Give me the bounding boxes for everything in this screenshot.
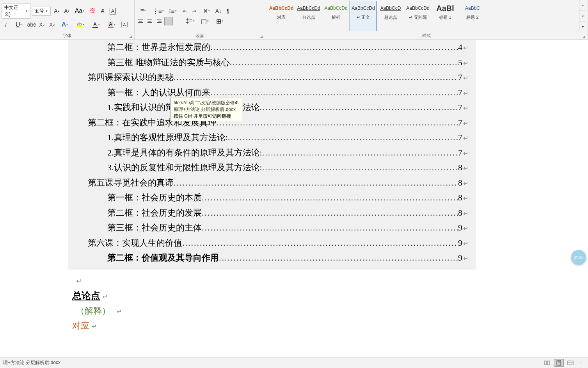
align-center-button[interactable] xyxy=(146,17,154,25)
highlight-button[interactable]: ab ▾ xyxy=(73,22,87,27)
style-item-2[interactable]: AaBbCcDd解析 xyxy=(322,1,350,31)
timestamp-value: 01:33 xyxy=(574,255,583,260)
styles-expand-button[interactable]: ▾ xyxy=(579,21,586,32)
grow-font-button[interactable]: A▴ xyxy=(52,7,61,15)
paragraph-mark-icon: ↵ xyxy=(463,148,468,159)
character-shading-button[interactable]: A ▾ xyxy=(105,21,119,28)
numbering-button[interactable]: ⋮≡▾ xyxy=(151,7,165,15)
style-item-4[interactable]: AaBbCcD总论点 xyxy=(377,1,404,31)
style-label: 分论点 xyxy=(296,14,321,20)
multilevel-list-button[interactable]: ⁝≡▾ xyxy=(166,7,180,15)
sort-button[interactable]: A↓ xyxy=(214,7,223,15)
style-preview: AaBbCcDd xyxy=(269,3,294,14)
style-item-0[interactable]: AaBbCcDd对应 xyxy=(268,1,295,31)
paragraph-mark-icon: ↵ xyxy=(463,253,468,264)
styles-scroll-down-button[interactable]: ▾ xyxy=(579,11,586,22)
expand-paragraph-dialog-icon[interactable]: ◢ xyxy=(260,35,263,39)
superscript-button[interactable]: X2 xyxy=(48,20,56,29)
toc-line[interactable]: 1.实践和认识的辩证关系原理及其方法论.....................… xyxy=(68,100,476,115)
paragraph-mark-icon: ↵ xyxy=(463,73,468,84)
expand-styles-dialog-icon[interactable]: ◢ xyxy=(583,35,585,39)
font-family-select[interactable]: 中文正文) ▾ xyxy=(2,3,30,19)
show-marks-button[interactable]: ¶ xyxy=(224,7,232,15)
toc-line[interactable]: 第五课寻觅社会的真谛..............................… xyxy=(68,175,476,191)
dropdown-arrow-icon: ▾ xyxy=(46,9,48,13)
strikethrough-button[interactable]: abc xyxy=(27,20,36,29)
toc-leader-dots: ........................................… xyxy=(228,130,458,145)
web-layout-button[interactable] xyxy=(565,359,576,367)
toc-text: 第二框：价值观及其导向作用 xyxy=(107,250,219,266)
shading-button[interactable]: ◫▾ xyxy=(198,18,212,25)
toc-line[interactable]: 第三框：社会历史的主体.............................… xyxy=(68,220,476,236)
styles-scroll: ▴ ▾ ▾ xyxy=(579,0,586,32)
phonetic-guide-button[interactable]: 变 xyxy=(88,7,97,15)
zoom-out-button[interactable]: − xyxy=(577,359,585,367)
borders-button[interactable]: ⊞▾ xyxy=(213,18,227,25)
style-item-5[interactable]: AaBbCcDd↵ 无间隔 xyxy=(404,1,432,31)
paragraph-mark-icon: ↵ xyxy=(463,103,468,114)
style-item-3[interactable]: AaBbCcDd↵ 正文 xyxy=(350,1,377,31)
underline-button[interactable]: U▾ xyxy=(12,21,26,28)
document-area: 第二框：世界是永恒发展的............................… xyxy=(0,40,588,356)
change-case-button[interactable]: Aa▾ xyxy=(73,7,87,14)
toc-line[interactable]: 第六课：实现人生的价值.............................… xyxy=(68,236,476,251)
toc-line[interactable]: 第四课探索认识的奥秘..............................… xyxy=(68,70,476,85)
character-border-button[interactable]: A xyxy=(120,20,129,29)
document-page[interactable]: 第二框：世界是永恒发展的............................… xyxy=(68,40,476,270)
align-distributed-button[interactable] xyxy=(174,17,182,25)
styles-scroll-up-button[interactable]: ▴ xyxy=(579,0,586,11)
style-preview: AaBl xyxy=(433,3,458,14)
toc-text: 第六课：实现人生的价值 xyxy=(88,236,182,251)
italic-button[interactable]: I xyxy=(2,20,10,29)
toc-line[interactable]: 第二框：价值观及其导向作用...........................… xyxy=(68,250,476,266)
asian-layout-button[interactable]: ✕▾ xyxy=(199,7,213,15)
dropdown-arrow-icon: ▾ xyxy=(26,9,28,13)
style-item-6[interactable]: AaBl标题 1 xyxy=(432,1,459,31)
paragraph-mark-icon: ↵ xyxy=(463,163,468,174)
expand-font-dialog-icon[interactable]: ◢ xyxy=(129,35,132,39)
toc-page-number: 9 xyxy=(458,236,462,251)
increase-indent-button[interactable]: ⇥ xyxy=(190,7,199,15)
toc-page-number: 7 xyxy=(458,145,462,161)
toc-line[interactable]: 第一框：人的认识从何而来............................… xyxy=(68,85,476,100)
toc-leader-dots: ........................................… xyxy=(210,85,458,100)
subscript-button[interactable]: X2 xyxy=(37,20,46,29)
timestamp-badge[interactable]: 01:33 xyxy=(571,250,586,265)
bullets-button[interactable]: ≡▾ xyxy=(136,7,150,14)
toc-line[interactable]: 1.真理的客观性原理及其方法论:........................… xyxy=(68,130,476,145)
enclose-characters-button[interactable]: A xyxy=(108,7,117,15)
toc-line[interactable]: 第二框：世界是永恒发展的............................… xyxy=(68,40,476,55)
align-right-button[interactable] xyxy=(155,17,163,25)
style-label: 总论点 xyxy=(378,14,403,20)
clear-formatting-button[interactable]: A̸ xyxy=(98,7,107,15)
toc-page-number: 7 xyxy=(458,100,462,115)
toc-line[interactable]: 第一框：社会历史的本质.............................… xyxy=(68,190,476,205)
toc-line[interactable]: 第二框：社会历史的发展.............................… xyxy=(68,205,476,221)
toc-line[interactable]: 第三框 唯物辩证法的实质与核心.........................… xyxy=(68,55,476,70)
style-label: 解析 xyxy=(323,14,348,20)
font-color-button[interactable]: A ▾ xyxy=(89,21,103,28)
align-justify-button[interactable] xyxy=(164,17,173,25)
align-left-button[interactable] xyxy=(136,17,145,25)
shrink-font-button[interactable]: A▾ xyxy=(62,7,71,15)
toc-leader-dots: ........................................… xyxy=(174,70,458,85)
print-layout-button[interactable] xyxy=(554,359,564,367)
toc-text: 第二框：世界是永恒发展的 xyxy=(107,40,210,55)
toc-line[interactable]: 第二框：在实践中追求和发展真理.........................… xyxy=(68,115,476,130)
paragraph-mark-icon: ↵ xyxy=(463,208,468,219)
tooltip-instruction: 按住 Ctrl 并单击可访问链接 xyxy=(174,113,239,120)
web-icon xyxy=(567,361,574,365)
font-size-select[interactable]: 五号 ▾ xyxy=(32,7,51,16)
decrease-indent-button[interactable]: ⇤ xyxy=(181,7,189,15)
read-mode-button[interactable] xyxy=(542,359,552,367)
paragraph-mark-icon: ↵ xyxy=(72,276,472,286)
svg-rect-1 xyxy=(547,361,550,365)
document-body[interactable]: ↵ 总论点 ↵ （解释） ↵ 对应 ↵ xyxy=(68,270,476,332)
paragraph-group: ≡▾ ⋮≡▾ ⁝≡▾ ⇤ ⇥ ✕▾ A↓ ¶ ‡≡▾ ◫▾ ⊞▾ 段落 xyxy=(135,0,265,39)
text-effects-button[interactable]: A▾ xyxy=(58,21,72,28)
line-spacing-button[interactable]: ‡≡▾ xyxy=(183,18,197,25)
style-item-7[interactable]: AaBbC标题 2 xyxy=(459,1,486,31)
style-item-1[interactable]: AaBbCcDd分论点 xyxy=(295,1,322,31)
toc-line[interactable]: 2.真理是具体的有条件的原理及其方法论:....................… xyxy=(68,145,476,161)
toc-line[interactable]: 3.认识的反复性和无限性原理及其方法论:....................… xyxy=(68,160,476,175)
